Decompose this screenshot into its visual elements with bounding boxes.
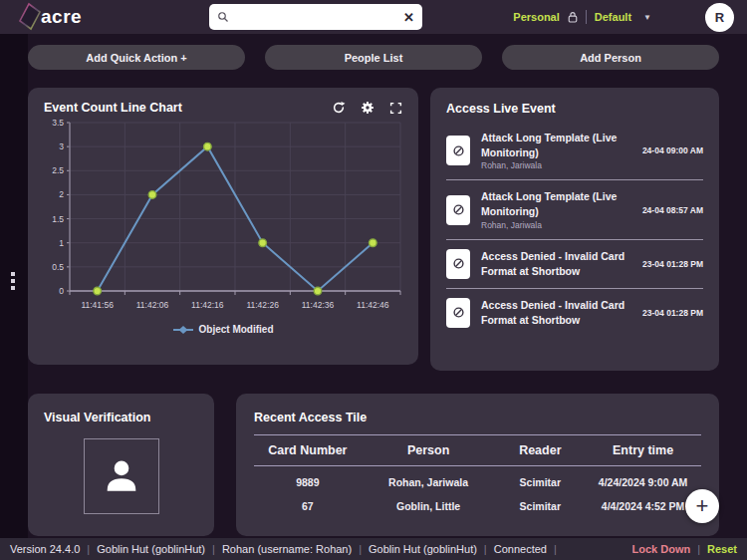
svg-text:11:41:56: 11:41:56 — [81, 300, 114, 310]
add-quick-action-button[interactable]: Add Quick Action + — [28, 45, 245, 70]
svg-text:11:42:16: 11:42:16 — [191, 300, 224, 310]
svg-text:2.5: 2.5 — [52, 165, 64, 175]
search-input[interactable] — [229, 10, 403, 24]
visual-verification-frame — [84, 438, 159, 514]
version-label: Version 24.4.0 — [10, 543, 80, 555]
legend-marker-icon — [173, 325, 193, 335]
chart-toolbar — [332, 101, 402, 115]
clear-search-icon[interactable]: ✕ — [403, 11, 414, 24]
svg-text:3: 3 — [59, 141, 64, 151]
acre-logo-icon — [16, 2, 43, 32]
event-subtitle: Rohan, Jariwala — [481, 160, 631, 170]
add-button[interactable]: + — [685, 489, 719, 523]
card-number-cell: 67 — [254, 500, 362, 512]
controller-label: Goblin Hut (goblinHut) — [369, 543, 477, 555]
denied-event-icon — [446, 249, 470, 279]
svg-text:11:42:06: 11:42:06 — [136, 300, 169, 310]
recent-access-panel: Recent Access Tile Card Number Person Re… — [236, 394, 719, 536]
person-cell: Goblin, Little — [362, 500, 496, 512]
svg-text:11:42:46: 11:42:46 — [357, 300, 389, 310]
topbar-divider — [586, 10, 587, 24]
chart-title: Event Count Line Chart — [44, 101, 182, 115]
legend-label: Object Modified — [199, 324, 274, 335]
top-bar: acre ✕ Personal Default ▼ R — [0, 0, 747, 34]
live-events-title: Access Live Event — [446, 102, 703, 116]
profile-mode-label: Personal — [513, 11, 559, 23]
access-live-event-panel: Access Live Event Attack Long Template (… — [430, 88, 719, 371]
layout-selector[interactable]: Default — [595, 11, 631, 23]
avatar[interactable]: R — [705, 3, 734, 32]
svg-text:0: 0 — [59, 286, 64, 296]
svg-text:0.5: 0.5 — [52, 262, 64, 272]
column-header: Card Number — [254, 443, 362, 457]
person-cell: Rohan, Jariwala — [362, 476, 496, 488]
search-icon — [217, 11, 229, 23]
table-row[interactable]: 9889 Rohan, Jariwala Scimitar 4/24/2024 … — [254, 470, 701, 494]
event-title: Attack Long Template (Live Monitoring) — [481, 131, 631, 159]
chart-legend[interactable]: Object Modified — [40, 324, 406, 335]
svg-text:3.5: 3.5 — [52, 118, 64, 128]
table-header-row: Card Number Person Reader Entry time — [254, 434, 701, 466]
event-time: 24-04 08:57 AM — [642, 205, 703, 215]
svg-text:11:42:36: 11:42:36 — [302, 300, 335, 310]
event-count-chart-panel: Event Count Line Chart — [28, 88, 418, 365]
status-bar: Version 24.4.0 | Goblin Hut (goblinHut) … — [0, 538, 747, 560]
refresh-icon[interactable] — [332, 101, 346, 115]
reset-button[interactable]: Reset — [707, 543, 737, 555]
logo-text: acre — [41, 6, 82, 28]
topbar-right: Personal Default ▼ R — [513, 0, 734, 34]
chart-header: Event Count Line Chart — [40, 101, 406, 115]
site-label: Goblin Hut (goblinHut) — [97, 543, 205, 555]
denied-event-icon — [446, 136, 470, 165]
live-events-list: Attack Long Template (Live Monitoring) R… — [446, 122, 703, 363]
line-chart: 00.511.522.533.511:41:5611:42:0611:42:16… — [40, 115, 406, 317]
lock-icon — [568, 11, 578, 23]
svg-text:1: 1 — [59, 238, 64, 248]
svg-text:1.5: 1.5 — [52, 214, 64, 224]
person-icon — [100, 454, 143, 498]
event-title: Attack Long Template (Live Monitoring) — [481, 189, 631, 218]
quick-actions-row: Add Quick Action + People List Add Perso… — [28, 45, 719, 70]
event-item[interactable]: Attack Long Template (Live Monitoring) R… — [446, 122, 703, 179]
event-time: 23-04 01:28 PM — [642, 308, 703, 318]
entry-time-cell: 4/4/2024 4:52 PM — [585, 500, 701, 512]
event-time: 24-04 09:00 AM — [642, 145, 703, 155]
visual-verification-title: Visual Verification — [44, 411, 150, 424]
reader-cell: Scimitar — [495, 476, 585, 488]
reader-cell: Scimitar — [495, 500, 585, 512]
user-label: Rohan (username: Rohan) — [222, 543, 352, 555]
event-item[interactable]: Access Denied - Invalid Card Format at S… — [446, 240, 703, 288]
drag-handle-icon[interactable] — [11, 272, 15, 290]
fullscreen-icon[interactable] — [389, 102, 402, 115]
acre-logo: acre — [16, 2, 82, 32]
search-box: ✕ — [209, 4, 422, 30]
recent-access-title: Recent Access Tile — [254, 411, 367, 424]
card-number-cell: 9889 — [254, 476, 362, 488]
column-header: Entry time — [585, 443, 701, 457]
connection-status: Connected — [494, 543, 547, 555]
svg-text:11:42:26: 11:42:26 — [246, 300, 279, 310]
denied-event-icon — [446, 195, 470, 225]
event-title: Access Denied - Invalid Card Format at S… — [481, 298, 631, 327]
dashboard-app: acre ✕ Personal Default ▼ R Add Quick Ac… — [0, 0, 747, 560]
lock-down-button[interactable]: Lock Down — [632, 543, 691, 555]
event-title: Access Denied - Invalid Card Format at S… — [481, 249, 631, 278]
visual-verification-panel: Visual Verification — [28, 394, 214, 536]
table-row[interactable]: 67 Goblin, Little Scimitar 4/4/2024 4:52… — [254, 494, 701, 518]
column-header: Reader — [495, 443, 585, 457]
people-list-button[interactable]: People List — [265, 45, 482, 70]
event-time: 23-04 01:28 PM — [642, 259, 703, 269]
event-item[interactable]: Access Denied - Invalid Card Format at S… — [446, 289, 703, 337]
settings-gear-icon[interactable] — [361, 101, 374, 115]
recent-access-table: Card Number Person Reader Entry time 988… — [254, 434, 701, 518]
svg-text:2: 2 — [59, 189, 64, 199]
column-header: Person — [362, 443, 496, 457]
add-person-button[interactable]: Add Person — [502, 45, 719, 70]
event-subtitle: Rohan, Jariwala — [481, 220, 631, 230]
entry-time-cell: 4/24/2024 9:00 AM — [585, 476, 701, 488]
chevron-down-icon[interactable]: ▼ — [643, 13, 651, 22]
event-item[interactable]: Attack Long Template (Live Monitoring) R… — [446, 180, 703, 238]
denied-event-icon — [446, 298, 470, 328]
